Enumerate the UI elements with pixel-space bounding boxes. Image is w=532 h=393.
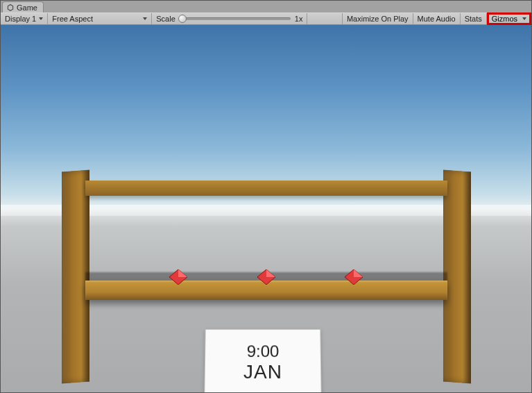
gizmos-dropdown-highlight: Gizmos xyxy=(487,12,531,25)
stats-label: Stats xyxy=(465,15,482,23)
shelf-top-board xyxy=(85,181,447,196)
game-viewport: 9:00 JAN xyxy=(1,25,531,392)
maximize-label: Maximize On Play xyxy=(347,15,409,23)
tab-bar: Game xyxy=(1,1,531,12)
display-dropdown[interactable]: Display 1 xyxy=(1,13,48,24)
mute-label: Mute Audio xyxy=(418,15,456,23)
diamond-gizmo-icon xyxy=(169,269,187,285)
display-label: Display 1 xyxy=(5,15,36,23)
card-time: 9:00 xyxy=(247,342,280,361)
diamond-gizmo-icon xyxy=(257,269,275,285)
diamond-gizmo-icon xyxy=(345,269,363,285)
scale-label: Scale xyxy=(156,15,175,23)
gizmos-dropdown[interactable]: Gizmos xyxy=(492,15,526,23)
gizmos-label: Gizmos xyxy=(492,15,517,23)
stats-toggle[interactable]: Stats xyxy=(461,13,487,24)
chevron-down-icon xyxy=(39,17,43,20)
shelf-side-right xyxy=(443,170,471,384)
card-month: JAN xyxy=(243,361,282,383)
scale-value: 1x xyxy=(295,15,303,23)
scale-slider[interactable] xyxy=(180,17,291,20)
aspect-dropdown[interactable]: Free Aspect xyxy=(48,13,152,24)
tab-game[interactable]: Game xyxy=(2,1,44,12)
unity-icon xyxy=(7,4,14,11)
game-toolbar: Display 1 Free Aspect Scale 1x Maximize … xyxy=(1,12,531,25)
maximize-on-play-toggle[interactable]: Maximize On Play xyxy=(343,13,413,24)
mute-audio-toggle[interactable]: Mute Audio xyxy=(413,13,461,24)
slider-thumb[interactable] xyxy=(178,15,187,23)
chevron-down-icon xyxy=(143,17,147,20)
tab-label: Game xyxy=(17,3,37,12)
scale-control: Scale 1x xyxy=(152,13,307,24)
toolbar-spacer xyxy=(307,13,343,24)
aspect-label: Free Aspect xyxy=(52,15,93,23)
chevron-down-icon xyxy=(522,17,526,20)
calendar-card: 9:00 JAN xyxy=(204,329,321,392)
